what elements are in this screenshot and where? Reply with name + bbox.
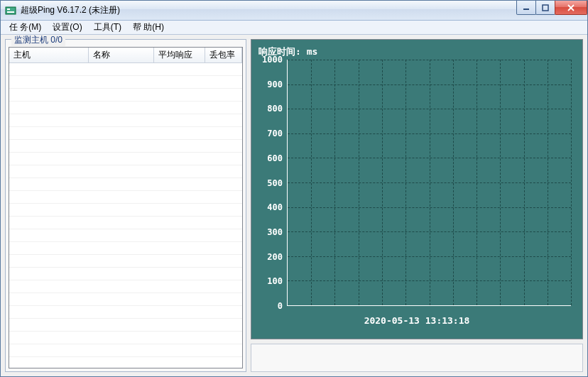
chart-y-tick: 800 [267,104,283,114]
chart-gridline-v [524,60,525,305]
menu-tools[interactable]: 工具(T) [88,20,127,35]
host-table-wrap[interactable]: 主机 名称 平均响应 丢包率 [9,47,243,368]
chart-gridline-v [548,60,548,305]
chart-gridline-v [382,60,383,305]
client-area: 监测主机 0/0 主机 名称 平均响应 丢包率 [1,35,587,376]
svg-rect-1 [7,9,10,10]
chart-plot-area [287,60,571,306]
chart-gridline-v [500,60,501,305]
status-panel [251,344,583,372]
chart-y-tick: 500 [267,178,283,188]
chart-gridline-v [405,60,406,305]
chart-gridline-v [359,60,359,305]
app-window: 超级Ping V6.17.2 (未注册) 任 务(M) 设置(O) 工具(T) … [0,0,588,377]
minimize-icon [523,4,530,11]
chart-y-tick: 300 [267,227,283,237]
app-icon [5,5,16,16]
chart-y-tick: 700 [267,129,283,138]
maximize-icon [542,4,549,11]
host-table: 主机 名称 平均响应 丢包率 [9,48,242,63]
menu-settings[interactable]: 设置(O) [47,20,87,35]
chart-y-tick: 1000 [262,55,283,65]
window-title: 超级Ping V6.17.2 (未注册) [21,4,120,16]
menu-help[interactable]: 帮 助(H) [127,20,170,35]
chart-y-tick: 400 [267,202,283,212]
host-table-body[interactable] [9,63,242,368]
window-controls [517,1,587,15]
close-icon [567,4,575,11]
response-chart: 响应时间: ms 0100200300400500600700800900100… [251,39,583,339]
chart-y-axis: 01002003004005006007008009001000 [251,60,285,306]
menu-task[interactable]: 任 务(M) [4,20,47,35]
close-button[interactable] [555,1,587,15]
chart-gridline-v [334,60,335,305]
chart-gridline-v [477,60,477,305]
chart-y-tick: 600 [267,153,283,163]
host-list-legend: 监测主机 0/0 [11,35,65,46]
chart-gridline-v [571,60,572,305]
chart-title-unit: ms [307,46,318,57]
chart-timestamp: 2020-05-13 13:13:18 [251,315,582,326]
menu-bar: 任 务(M) 设置(O) 工具(T) 帮 助(H) [1,21,587,35]
chart-gridline-v [311,60,312,305]
chart-y-tick: 100 [267,276,283,286]
chart-y-tick: 900 [267,80,283,89]
svg-rect-2 [7,11,14,13]
minimize-button[interactable] [516,1,536,15]
svg-rect-4 [543,5,548,11]
chart-gridline-v [453,60,454,305]
chart-y-tick: 200 [267,252,283,262]
col-host[interactable]: 主机 [9,48,88,63]
title-bar[interactable]: 超级Ping V6.17.2 (未注册) [1,1,587,21]
col-avg[interactable]: 平均响应 [153,48,205,63]
chart-title: 响应时间: ms [258,45,572,58]
col-name[interactable]: 名称 [88,48,153,63]
svg-rect-3 [523,9,529,10]
maximize-button[interactable] [535,1,555,15]
chart-gridline-v [430,60,430,305]
svg-rect-0 [6,7,16,14]
col-loss[interactable]: 丢包率 [205,48,241,63]
right-panel: 响应时间: ms 0100200300400500600700800900100… [251,39,583,372]
host-list-group: 监测主机 0/0 主机 名称 平均响应 丢包率 [5,39,246,372]
chart-y-tick: 0 [278,301,283,311]
